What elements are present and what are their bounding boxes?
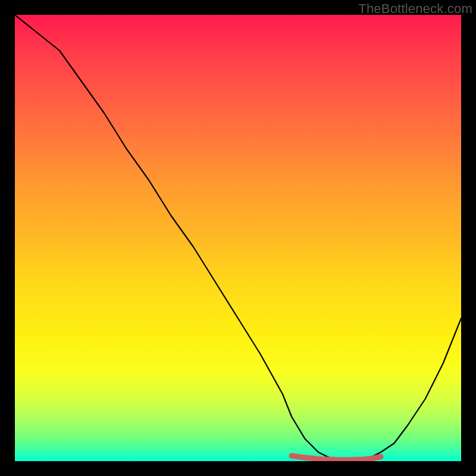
watermark-text: TheBottleneck.com [358, 1, 472, 17]
gradient-background [15, 15, 461, 461]
chart-frame [15, 15, 461, 461]
